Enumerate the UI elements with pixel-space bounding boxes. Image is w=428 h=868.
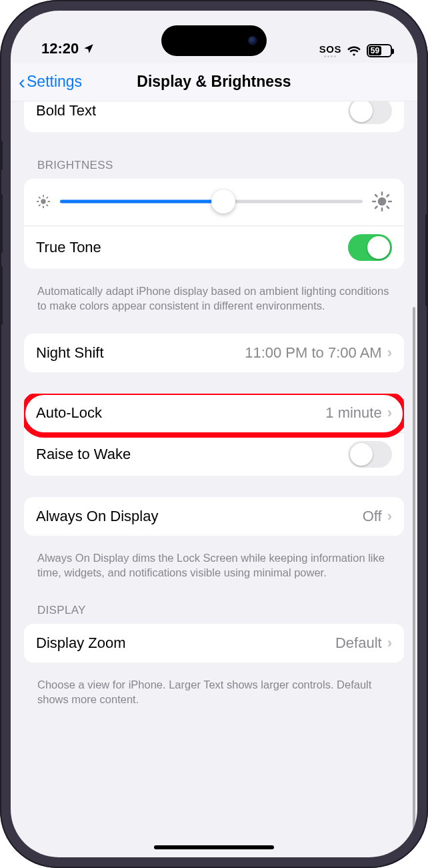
display-zoom-value: Default	[335, 634, 382, 652]
brightness-group: True Tone	[24, 179, 404, 269]
sun-small-icon	[36, 194, 51, 209]
svg-line-7	[39, 205, 40, 205]
sun-large-icon	[372, 191, 392, 211]
display-zoom-row[interactable]: Display Zoom Default ›	[24, 624, 404, 663]
auto-lock-label: Auto-Lock	[36, 404, 325, 422]
front-camera	[248, 36, 257, 45]
dynamic-island	[161, 25, 267, 56]
svg-line-16	[375, 207, 377, 209]
raise-to-wake-toggle[interactable]	[348, 441, 392, 468]
volume-up-button	[0, 193, 3, 254]
display-zoom-footer: Choose a view for iPhone. Larger Text sh…	[24, 671, 404, 713]
chevron-right-icon: ›	[387, 404, 392, 422]
raise-to-wake-label: Raise to Wake	[36, 446, 348, 463]
night-shift-label: Night Shift	[36, 344, 245, 362]
night-shift-group: Night Shift 11:00 PM to 7:00 AM ›	[24, 334, 404, 372]
svg-line-15	[387, 207, 389, 209]
brightness-slider-row	[24, 179, 404, 226]
svg-line-5	[39, 197, 40, 198]
svg-point-0	[41, 199, 45, 203]
true-tone-toggle[interactable]	[348, 234, 392, 261]
true-tone-footer: Automatically adapt iPhone display based…	[24, 277, 404, 319]
chevron-left-icon: ‹	[19, 72, 25, 92]
raise-to-wake-row[interactable]: Raise to Wake	[36, 432, 404, 476]
battery-fill: 59	[369, 46, 381, 55]
bold-text-toggle[interactable]	[348, 101, 392, 124]
home-indicator[interactable]	[154, 845, 274, 849]
svg-line-17	[387, 195, 389, 197]
brightness-header: Brightness	[24, 140, 404, 179]
brightness-thumb[interactable]	[211, 189, 235, 213]
brightness-slider[interactable]	[60, 189, 363, 213]
display-zoom-group: Display Zoom Default ›	[24, 624, 404, 663]
night-shift-row[interactable]: Night Shift 11:00 PM to 7:00 AM ›	[24, 334, 404, 372]
scroll-indicator[interactable]	[413, 307, 415, 857]
back-label: Settings	[27, 73, 82, 91]
auto-lock-value: 1 minute	[325, 404, 381, 422]
device-frame: 12:20 SOS 59 ‹ Settings Display & Bright…	[0, 0, 428, 868]
silent-switch	[0, 140, 3, 171]
chevron-right-icon: ›	[387, 634, 392, 652]
always-on-label: Always On Display	[36, 508, 363, 525]
bold-text-label: Bold Text	[36, 102, 348, 119]
screen: 12:20 SOS 59 ‹ Settings Display & Bright…	[11, 11, 417, 857]
always-on-footer: Always On Display dims the Lock Screen w…	[24, 544, 404, 586]
always-on-group: Always On Display Off ›	[24, 497, 404, 536]
chevron-right-icon: ›	[387, 508, 392, 525]
true-tone-label: True Tone	[36, 239, 348, 256]
display-zoom-label: Display Zoom	[36, 634, 335, 652]
power-button	[425, 213, 428, 307]
battery-indicator: 59	[367, 44, 392, 57]
svg-line-8	[47, 197, 47, 198]
bold-text-row[interactable]: Bold Text	[24, 101, 404, 132]
lock-wake-group: Auto-Lock 1 minute › Raise to Wake	[24, 394, 404, 476]
status-time: 12:20	[41, 40, 79, 57]
night-shift-value: 11:00 PM to 7:00 AM	[245, 344, 381, 362]
back-button[interactable]: ‹ Settings	[19, 72, 82, 92]
always-on-row[interactable]: Always On Display Off ›	[24, 497, 404, 536]
location-icon	[83, 43, 95, 55]
text-group: Bold Text	[24, 101, 404, 132]
svg-line-14	[375, 195, 377, 197]
wifi-icon	[347, 45, 361, 56]
chevron-right-icon: ›	[387, 344, 392, 362]
display-header: Display	[24, 585, 404, 624]
sos-indicator: SOS	[319, 44, 341, 57]
volume-down-button	[0, 266, 3, 326]
always-on-value: Off	[363, 508, 382, 525]
brightness-track-fill	[60, 200, 223, 203]
nav-bar: ‹ Settings Display & Brightness	[11, 63, 417, 101]
content: Bold Text Brightness True Tone	[11, 101, 417, 857]
auto-lock-row[interactable]: Auto-Lock 1 minute ›	[24, 394, 404, 432]
svg-point-9	[378, 197, 387, 206]
true-tone-row[interactable]: True Tone	[24, 226, 404, 269]
svg-line-6	[47, 205, 47, 205]
